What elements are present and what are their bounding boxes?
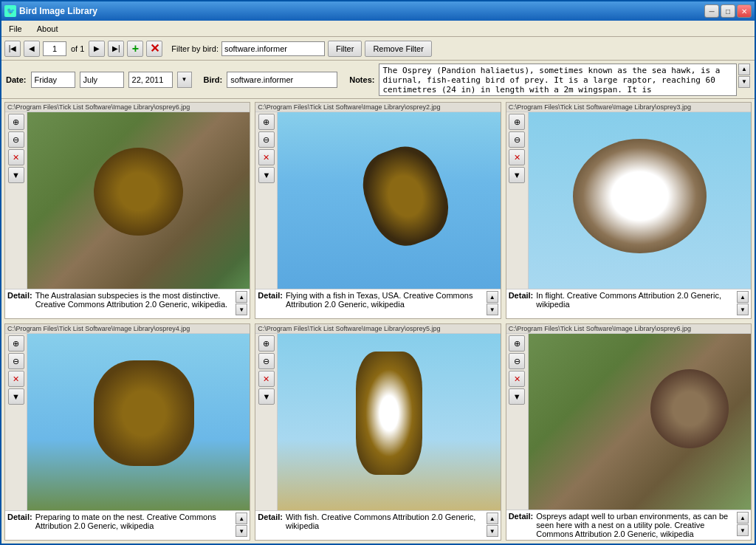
detail-scroll-down-1[interactable]: ▼ xyxy=(236,304,247,315)
zoom-in-2[interactable]: ⊕ xyxy=(258,114,275,130)
title-bar-left: 🐦 Bird Image Library xyxy=(4,5,97,17)
detail-text-5: With fish. Creative Commons Attribution … xyxy=(286,513,487,530)
detail-scrolls-1: ▲ ▼ xyxy=(236,291,247,315)
detail-scrolls-6: ▲ ▼ xyxy=(737,512,749,536)
notes-scroll-up[interactable]: ▲ xyxy=(738,64,750,75)
detail-row-5: Detail: With fish. Creative Commons Attr… xyxy=(255,510,500,540)
detail-scroll-up-1[interactable]: ▲ xyxy=(236,291,247,303)
detail-scroll-down-4[interactable]: ▼ xyxy=(236,525,247,537)
menu-bar: File About xyxy=(1,21,755,37)
zoom-out-6[interactable]: ⊖ xyxy=(509,353,525,369)
arrow-3[interactable]: ▼ xyxy=(509,167,525,183)
detail-scrolls-3: ▲ ▼ xyxy=(737,291,749,315)
image-controls-1: ⊕ ⊖ ✕ ▼ xyxy=(5,112,27,289)
image-path-3: C:\Program Files\Tick List Software\Imag… xyxy=(506,103,751,112)
detail-row-4: Detail: Preparing to mate on the nest. C… xyxy=(5,510,250,540)
page-input[interactable] xyxy=(43,41,66,56)
image-content-5: ⊕ ⊖ ✕ ▼ xyxy=(255,334,500,510)
image-content-1: ⊕ ⊖ ✕ ▼ xyxy=(5,112,250,289)
detail-text-3: In flight. Creative Commons Attribution … xyxy=(536,291,737,309)
maximize-button[interactable]: □ xyxy=(721,4,735,18)
bird-image-display-3 xyxy=(529,112,751,289)
arrow-5[interactable]: ▼ xyxy=(258,388,275,405)
bird-image-display-4 xyxy=(27,334,250,510)
zoom-in-4[interactable]: ⊕ xyxy=(8,335,24,352)
arrow-6[interactable]: ▼ xyxy=(509,388,525,405)
bird-field[interactable] xyxy=(227,72,337,88)
minimize-button[interactable]: ─ xyxy=(704,4,719,18)
detail-text-1: The Australasian subspecies is the most … xyxy=(35,291,236,309)
main-window: 🐦 Bird Image Library ─ □ ✕ File About |◀… xyxy=(0,0,756,545)
remove-filter-button[interactable]: Remove Filter xyxy=(365,41,431,57)
delete-button[interactable]: ✕ xyxy=(146,41,162,57)
image-grid: C:\Program Files\Tick List Software\Imag… xyxy=(4,102,752,541)
detail-scroll-down-3[interactable]: ▼ xyxy=(737,304,749,315)
bird-image-display-5 xyxy=(278,334,500,510)
image-controls-3: ⊕ ⊖ ✕ ▼ xyxy=(506,112,529,289)
delete-img-5[interactable]: ✕ xyxy=(258,371,275,387)
nav-next-button[interactable]: ▶ xyxy=(89,41,105,57)
detail-label-3: Detail: xyxy=(509,291,534,300)
date-year-field[interactable] xyxy=(128,72,173,88)
about-menu[interactable]: About xyxy=(32,23,63,35)
detail-row-1: Detail: The Australasian subspecies is t… xyxy=(5,289,250,318)
image-content-6: ⊕ ⊖ ✕ ▼ xyxy=(506,334,751,510)
page-of-label: of 1 xyxy=(69,44,86,53)
image-controls-5: ⊕ ⊖ ✕ ▼ xyxy=(255,334,278,510)
image-content-2: ⊕ ⊖ ✕ ▼ xyxy=(255,112,500,289)
nav-prev-button[interactable]: ◀ xyxy=(24,41,40,57)
zoom-out-2[interactable]: ⊖ xyxy=(258,131,275,148)
zoom-in-5[interactable]: ⊕ xyxy=(258,335,275,352)
detail-scroll-up-4[interactable]: ▲ xyxy=(236,513,247,524)
nav-first-button[interactable]: |◀ xyxy=(4,41,21,57)
notes-textarea[interactable] xyxy=(379,64,737,96)
arrow-1[interactable]: ▼ xyxy=(8,167,24,183)
filter-input[interactable] xyxy=(221,41,325,56)
app-icon: 🐦 xyxy=(4,5,16,17)
detail-scroll-up-5[interactable]: ▲ xyxy=(487,513,498,524)
file-menu[interactable]: File xyxy=(4,23,27,35)
detail-label-2: Detail: xyxy=(258,291,283,300)
detail-text-2: Flying with a fish in Texas, USA. Creati… xyxy=(286,291,487,309)
delete-img-4[interactable]: ✕ xyxy=(8,371,24,387)
detail-scroll-up-3[interactable]: ▲ xyxy=(737,291,749,303)
zoom-out-4[interactable]: ⊖ xyxy=(8,353,24,369)
zoom-in-3[interactable]: ⊕ xyxy=(509,114,525,130)
zoom-out-1[interactable]: ⊖ xyxy=(8,131,24,148)
zoom-out-5[interactable]: ⊖ xyxy=(258,353,275,369)
title-bar: 🐦 Bird Image Library ─ □ ✕ xyxy=(1,1,755,21)
detail-scroll-down-5[interactable]: ▼ xyxy=(487,525,498,537)
delete-img-3[interactable]: ✕ xyxy=(509,149,525,165)
arrow-2[interactable]: ▼ xyxy=(258,167,275,183)
date-day-field[interactable] xyxy=(31,72,75,88)
nav-last-button[interactable]: ▶| xyxy=(108,41,124,57)
detail-scroll-up-2[interactable]: ▲ xyxy=(487,291,498,303)
close-button[interactable]: ✕ xyxy=(737,4,752,18)
image-content-3: ⊕ ⊖ ✕ ▼ xyxy=(506,112,751,289)
detail-scroll-down-6[interactable]: ▼ xyxy=(737,524,749,536)
delete-img-6[interactable]: ✕ xyxy=(509,371,525,387)
filter-button[interactable]: Filter xyxy=(328,41,362,57)
bird-image-display-2 xyxy=(278,112,500,289)
zoom-in-6[interactable]: ⊕ xyxy=(509,335,525,352)
image-cell-4: C:\Program Files\Tick List Software\Imag… xyxy=(4,323,250,541)
detail-row-3: Detail: In flight. Creative Commons Attr… xyxy=(506,289,751,318)
zoom-in-1[interactable]: ⊕ xyxy=(8,114,24,130)
image-content-4: ⊕ ⊖ ✕ ▼ xyxy=(5,334,250,510)
zoom-out-3[interactable]: ⊖ xyxy=(509,131,525,148)
image-path-1: C:\Program Files\Tick List Software\Imag… xyxy=(5,103,250,112)
image-cell-6: C:\Program Files\Tick List Software\Imag… xyxy=(506,323,752,541)
add-button[interactable]: + xyxy=(127,41,143,57)
notes-label: Notes: xyxy=(349,75,374,84)
arrow-4[interactable]: ▼ xyxy=(8,388,24,405)
bird-image-display-6 xyxy=(529,334,751,510)
detail-scroll-down-2[interactable]: ▼ xyxy=(487,304,498,315)
delete-img-1[interactable]: ✕ xyxy=(8,149,24,165)
delete-img-2[interactable]: ✕ xyxy=(258,149,275,165)
date-month-field[interactable] xyxy=(80,72,124,88)
image-cell-5: C:\Program Files\Tick List Software\Imag… xyxy=(255,323,501,541)
date-dropdown-button[interactable]: ▼ xyxy=(177,72,192,88)
detail-scrolls-5: ▲ ▼ xyxy=(487,513,498,537)
notes-scroll-down[interactable]: ▼ xyxy=(738,76,750,88)
detail-scroll-up-6[interactable]: ▲ xyxy=(737,512,749,524)
